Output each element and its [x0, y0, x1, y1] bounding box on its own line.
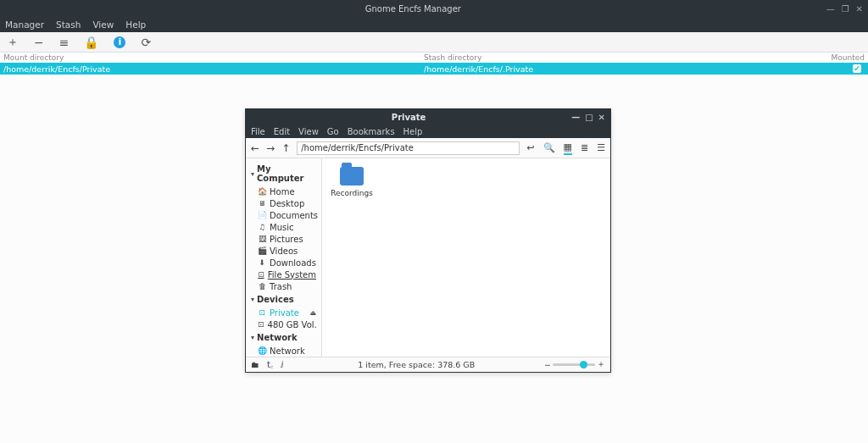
search-icon[interactable]: 🔍: [543, 142, 555, 153]
sidebar-item-label: Home: [270, 187, 295, 197]
lock-icon[interactable]: 🔒: [84, 36, 98, 49]
fm-statusbar: 🖿 𝗍꜀ ⅈ 1 item, Free space: 378.6 GB − ＋: [246, 357, 610, 372]
info-icon[interactable]: i: [114, 36, 125, 48]
menu-view[interactable]: View: [298, 127, 319, 136]
menu-manager[interactable]: Manager: [5, 19, 44, 30]
encfs-title: Gnome Encfs Manager: [0, 4, 826, 14]
sidebar-item-home[interactable]: 🏠Home: [249, 186, 318, 197]
sidebar-item-music[interactable]: ♫Music: [249, 221, 318, 233]
zoom-out-icon[interactable]: −: [544, 360, 551, 369]
back-button[interactable]: ←: [251, 142, 259, 154]
folder-label: Recordings: [331, 189, 373, 197]
close-icon[interactable]: ✕: [856, 4, 863, 14]
drive-icon: ⊡: [258, 320, 264, 329]
refresh-icon[interactable]: ⟳: [141, 36, 151, 49]
forward-button[interactable]: →: [266, 142, 275, 154]
downloads-icon: ⬇: [258, 258, 266, 267]
list-icon[interactable]: ≡: [59, 36, 70, 49]
menu-help[interactable]: Help: [403, 127, 423, 136]
maximize-icon[interactable]: ❐: [842, 4, 849, 14]
menu-bookmarks[interactable]: Bookmarks: [348, 127, 395, 136]
up-button[interactable]: ↑: [281, 142, 290, 154]
path-input[interactable]: /home/derrik/Encfs/Private: [297, 141, 520, 155]
col-stash-directory[interactable]: Stash directory: [420, 53, 826, 63]
sidebar-item-label: Network: [270, 346, 305, 356]
sidebar-item-videos[interactable]: 🎬Videos: [249, 245, 318, 257]
places-toggle-icon[interactable]: 🖿: [251, 360, 259, 369]
menu-help[interactable]: Help: [125, 19, 146, 30]
add-stash-button[interactable]: ＋: [7, 35, 19, 50]
music-icon: ♫: [258, 223, 266, 231]
icon-view-button[interactable]: ▦: [564, 141, 572, 155]
sidebar-section-devices[interactable]: Devices: [249, 292, 318, 307]
videos-icon: 🎬: [258, 246, 266, 255]
sidebar-item-volume[interactable]: ⊡480 GB Vol…: [249, 318, 318, 330]
sidebar-item-label: 480 GB Vol…: [268, 320, 318, 329]
encfs-titlebar: Gnome Encfs Manager — ❐ ✕: [0, 0, 868, 17]
encfs-window: Gnome Encfs Manager — ❐ ✕ Manager Stash …: [0, 0, 868, 75]
zoom-slider[interactable]: − ＋: [544, 359, 605, 370]
fm-sidebar: My Computer 🏠Home 🖥Desktop 📄Documents ♫M…: [246, 158, 322, 357]
fm-title: Private: [246, 113, 571, 122]
documents-icon: 📄: [258, 211, 266, 219]
sidebar-item-downloads[interactable]: ⬇Downloads: [249, 257, 318, 269]
menu-edit[interactable]: Edit: [274, 127, 290, 136]
eject-icon[interactable]: ⏏: [309, 309, 316, 317]
fm-body: My Computer 🏠Home 🖥Desktop 📄Documents ♫M…: [246, 158, 610, 357]
tree-toggle-icon[interactable]: 𝗍꜀: [267, 360, 273, 369]
sidebar-item-label: Music: [270, 223, 293, 232]
check-icon: ✔: [853, 64, 861, 73]
sidebar-item-filesystem[interactable]: ⊡File System: [249, 269, 318, 280]
trash-icon: 🗑: [258, 282, 266, 291]
menu-stash[interactable]: Stash: [56, 19, 81, 30]
row-mounted-checkbox[interactable]: ✔: [826, 63, 868, 75]
encfs-column-headers: Mount directory Stash directory Mounted: [0, 53, 868, 63]
folder-recordings[interactable]: Recordings: [331, 167, 373, 197]
sidebar-item-documents[interactable]: 📄Documents: [249, 209, 318, 221]
sidebar-item-label: Videos: [270, 246, 298, 256]
sidebar-item-network[interactable]: 🌐Network: [249, 345, 318, 357]
encfs-menubar: Manager Stash View Help: [0, 17, 868, 32]
encfs-toolbar: ＋ − ≡ 🔒 i ⟳: [0, 32, 868, 53]
stash-row[interactable]: /home/derrik/Encfs/Private /home/derrik/…: [0, 63, 868, 75]
toggle-location-icon[interactable]: ↩: [526, 142, 534, 153]
zoom-thumb[interactable]: [580, 361, 587, 368]
sidebar-item-label: Downloads: [270, 258, 316, 268]
fm-titlebar: Private — □ ✕: [246, 109, 610, 125]
sidebar-item-pictures[interactable]: 🖼Pictures: [249, 233, 318, 245]
col-mount-directory[interactable]: Mount directory: [0, 53, 420, 63]
sidebar-item-label: Trash: [270, 282, 292, 291]
list-view-button[interactable]: ≣: [581, 142, 588, 153]
fm-pathbar: ← → ↑ /home/derrik/Encfs/Private ↩ 🔍 ▦ ≣…: [246, 138, 610, 158]
zoom-track[interactable]: [553, 363, 595, 366]
sidebar-item-trash[interactable]: 🗑Trash: [249, 280, 318, 292]
remove-stash-button[interactable]: −: [34, 36, 44, 49]
close-icon[interactable]: ✕: [598, 113, 605, 122]
minimize-icon[interactable]: —: [826, 4, 835, 14]
sidebar-item-desktop[interactable]: 🖥Desktop: [249, 197, 318, 209]
menu-go[interactable]: Go: [327, 127, 339, 136]
zoom-in-icon[interactable]: ＋: [597, 359, 605, 370]
encfs-window-controls: — ❐ ✕: [826, 4, 868, 14]
drive-icon: ⊡: [258, 308, 266, 317]
row-stash-path: /home/derrik/Encfs/.Private: [420, 63, 826, 75]
menu-view[interactable]: View: [92, 19, 114, 30]
fm-main-pane[interactable]: Recordings: [322, 158, 610, 357]
fm-window-controls: — □ ✕: [571, 113, 610, 122]
col-mounted[interactable]: Mounted: [826, 53, 868, 63]
row-mount-path: /home/derrik/Encfs/Private: [0, 63, 420, 75]
maximize-icon[interactable]: □: [585, 113, 593, 122]
home-icon: 🏠: [258, 187, 266, 196]
info-toggle-icon[interactable]: ⅈ: [281, 360, 284, 369]
sidebar-item-label: Desktop: [270, 199, 304, 208]
fm-menubar: File Edit View Go Bookmarks Help: [246, 125, 610, 138]
minimize-icon[interactable]: —: [571, 113, 580, 122]
sidebar-item-private[interactable]: ⊡Private⏏: [249, 307, 318, 318]
status-text: 1 item, Free space: 378.6 GB: [298, 360, 537, 369]
sidebar-section-computer[interactable]: My Computer: [249, 162, 318, 186]
menu-file[interactable]: File: [251, 127, 265, 136]
compact-view-button[interactable]: ☰: [597, 142, 605, 153]
filesystem-icon: ⊡: [258, 270, 264, 279]
sidebar-section-network[interactable]: Network: [249, 330, 318, 345]
network-icon: 🌐: [258, 346, 266, 355]
